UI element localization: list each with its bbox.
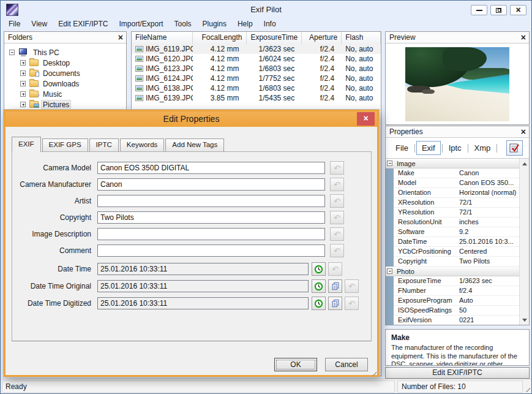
menu-item-info[interactable]: Info: [258, 19, 282, 30]
column-header-exposuretime[interactable]: ExposureTime: [247, 32, 302, 44]
properties-tab-iptc[interactable]: Iptc: [444, 142, 466, 154]
preview-close-icon[interactable]: ×: [521, 32, 526, 44]
property-row[interactable]: ExposureProgramAuto: [394, 296, 519, 306]
scroll-down-button[interactable]: [520, 315, 529, 325]
input-camera-model[interactable]: [97, 162, 325, 174]
input-comment[interactable]: [97, 244, 325, 257]
column-header-flash[interactable]: Flash: [342, 32, 381, 44]
dialog-tab-exif[interactable]: EXIF: [12, 137, 41, 151]
resize-grip-icon[interactable]: [523, 385, 530, 392]
tree-item-label[interactable]: Documents: [42, 69, 81, 78]
tree-item-label[interactable]: Music: [42, 90, 63, 99]
menu-item-edit-exif-iptc[interactable]: Edit EXIF/IPTC: [53, 19, 113, 30]
collapse-expander-icon[interactable]: [9, 50, 15, 55]
input-artist[interactable]: [97, 195, 325, 207]
column-header-filename[interactable]: FileName: [132, 32, 193, 44]
property-row[interactable]: YCbCrPositioningCentered: [394, 247, 519, 257]
maximize-button[interactable]: [490, 5, 507, 15]
folders-close-icon[interactable]: ×: [118, 32, 123, 44]
tree-item-label[interactable]: Downloads: [42, 80, 80, 88]
input-copyright[interactable]: [97, 211, 325, 224]
copy-button[interactable]: [328, 297, 342, 310]
expand-icon[interactable]: [20, 81, 26, 86]
scroll-up-button[interactable]: [520, 159, 529, 169]
ok-button[interactable]: OK: [274, 358, 317, 371]
dialog-close-button[interactable]: ×: [357, 112, 375, 126]
property-row[interactable]: YResolution72/1: [394, 208, 519, 218]
menu-item-help[interactable]: Help: [232, 19, 258, 30]
menu-item-import-export[interactable]: Import/Export: [114, 19, 169, 30]
input-date-time[interactable]: [97, 263, 309, 275]
undo-button[interactable]: ↶: [345, 279, 359, 293]
property-row[interactable]: DateTime25.01.2016 10:3...: [394, 237, 519, 247]
tree-item-desktop[interactable]: Desktop: [4, 58, 126, 68]
undo-button[interactable]: ↶: [330, 161, 344, 175]
copy-button[interactable]: [328, 279, 342, 293]
properties-tab-file[interactable]: File: [391, 142, 413, 154]
minimize-button[interactable]: [471, 5, 487, 15]
property-row[interactable]: ModelCanon EOS 350...: [394, 178, 519, 188]
section-header-image[interactable]: Image: [386, 159, 519, 169]
property-row[interactable]: ExposureTime1/3623 sec: [394, 276, 519, 286]
properties-tab-exif[interactable]: Exif: [416, 141, 441, 155]
properties-tab-xmp[interactable]: Xmp: [470, 142, 496, 154]
clock-button[interactable]: [312, 279, 326, 293]
tree-item-label[interactable]: This PC: [32, 48, 61, 57]
undo-button[interactable]: ↶: [330, 194, 344, 208]
input-date-time-digitized[interactable]: [97, 297, 309, 309]
input-date-time-original[interactable]: [97, 280, 309, 292]
expand-icon[interactable]: [20, 60, 26, 66]
cancel-button[interactable]: Cancel: [325, 358, 368, 371]
scrollbar[interactable]: [519, 159, 529, 325]
tree-item-downloads[interactable]: ↓Downloads: [4, 78, 126, 89]
property-row[interactable]: MakeCanon: [394, 169, 519, 178]
menu-item-file[interactable]: File: [3, 19, 26, 30]
property-row[interactable]: FNumberf/2.4: [394, 286, 519, 296]
dialog-resize-grip-icon[interactable]: [369, 369, 377, 376]
edit-exif-iptc-button[interactable]: Edit EXIF/IPTC: [385, 367, 530, 379]
tree-item-this-pc[interactable]: This PC: [4, 47, 126, 58]
property-row[interactable]: XResolution72/1: [394, 198, 519, 208]
input-camera-manufacturer[interactable]: [97, 178, 325, 191]
property-row[interactable]: ResolutionUnitinches: [394, 218, 519, 227]
clock-button[interactable]: [312, 262, 326, 276]
undo-button[interactable]: ↶: [330, 227, 344, 241]
undo-button[interactable]: ↶: [330, 178, 344, 191]
dialog-tab-add-new-tags[interactable]: Add New Tags: [165, 138, 224, 151]
file-row[interactable]: IMG_6123.JPG4.12 mm1/6803 secf/2.4No, au…: [132, 64, 381, 74]
dialog-tab-exif-gps[interactable]: EXIF GPS: [42, 138, 88, 151]
tree-item-label[interactable]: Pictures: [42, 100, 70, 109]
expand-icon[interactable]: [20, 102, 26, 107]
undo-button[interactable]: ↶: [345, 297, 359, 310]
dialog-tab-iptc[interactable]: IPTC: [89, 138, 119, 151]
file-row[interactable]: IMG_6138.JPG4.12 mm1/6803 secf/2.4No, au…: [132, 83, 381, 93]
column-header-aperture[interactable]: Aperture: [302, 32, 342, 44]
property-row[interactable]: Software9.2: [394, 227, 519, 237]
collapse-icon[interactable]: [387, 268, 392, 274]
select-tags-button[interactable]: [506, 140, 523, 156]
file-row[interactable]: IMG_6139.JPG3.85 mm1/5435 secf/2.4No, au…: [132, 93, 381, 103]
section-header-photo[interactable]: Photo: [386, 267, 519, 276]
menu-item-plugins[interactable]: Plugins: [197, 19, 232, 30]
property-row[interactable]: CopyrightTwo Pilots: [394, 257, 519, 267]
properties-close-icon[interactable]: ×: [521, 126, 526, 138]
tree-item-music[interactable]: ♪Music: [4, 89, 126, 99]
menu-item-view[interactable]: View: [26, 19, 53, 30]
property-row[interactable]: OrientationHorizontal (normal): [394, 188, 519, 198]
undo-button[interactable]: ↶: [328, 262, 342, 276]
column-header-focallength[interactable]: FocalLength: [193, 32, 247, 44]
file-row[interactable]: IMG_6120.JPG4.12 mm1/6024 secf/2.4No, au…: [132, 54, 381, 64]
collapse-icon[interactable]: [387, 161, 392, 166]
close-button[interactable]: ×: [510, 5, 526, 15]
property-row[interactable]: ExifVersion0221: [394, 316, 519, 325]
tree-item-documents[interactable]: Documents: [4, 68, 126, 78]
clock-button[interactable]: [312, 297, 326, 310]
file-row[interactable]: IMG_6124.JPG4.12 mm1/7752 secf/2.4No, au…: [132, 74, 381, 83]
menu-item-tools[interactable]: Tools: [169, 19, 197, 30]
undo-button[interactable]: ↶: [330, 211, 344, 224]
undo-button[interactable]: ↶: [330, 244, 344, 257]
tree-item-label[interactable]: Desktop: [42, 59, 71, 67]
input-image-description[interactable]: [97, 228, 325, 240]
dialog-tab-keywords[interactable]: Keywords: [120, 138, 165, 151]
expand-icon[interactable]: [20, 70, 26, 76]
